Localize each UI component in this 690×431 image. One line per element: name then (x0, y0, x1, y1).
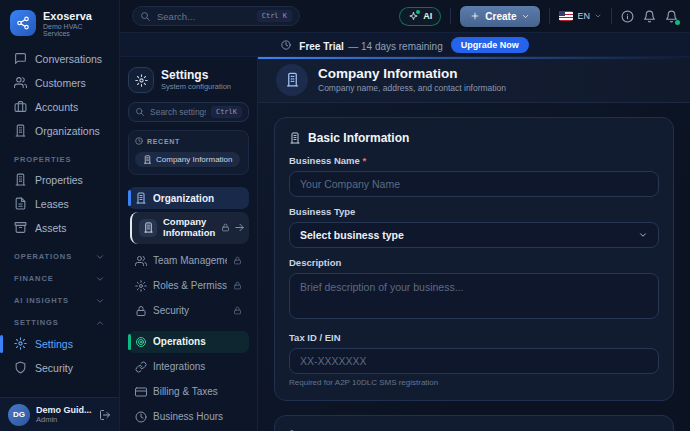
gear-icon (14, 337, 27, 350)
chevron-up-icon (95, 318, 105, 328)
sidebar-item-label: Customers (35, 77, 86, 89)
sidebar-item-label: Conversations (35, 53, 102, 65)
settings-search-input[interactable] (150, 107, 206, 117)
clock-icon (281, 40, 291, 50)
section-header-properties: PROPERTIES (14, 155, 105, 164)
credit-card-icon (135, 386, 147, 398)
ai-assistant-button[interactable]: AI (399, 7, 441, 26)
building-icon (135, 192, 147, 204)
logout-icon[interactable] (99, 409, 111, 421)
sidebar-item-properties[interactable]: Properties (8, 168, 111, 192)
building-icon (276, 64, 308, 96)
settings-search[interactable]: CtrlK (128, 102, 249, 122)
card-title: Basic Information (308, 131, 409, 145)
notifications-bell-icon[interactable] (665, 10, 678, 23)
sidebar-item-organizations[interactable]: Organizations (8, 119, 111, 143)
search-icon (140, 11, 151, 22)
divider (450, 8, 451, 24)
avatar: DG (8, 404, 30, 426)
trial-label: Free Trial (299, 41, 343, 52)
recent-item-label: Company Information (156, 155, 232, 164)
section-header-ai-insights[interactable]: AI INSIGHTS (14, 296, 105, 306)
settings-nav-security[interactable]: Security (128, 300, 249, 322)
settings-nav-operations[interactable]: Operations (128, 331, 249, 353)
us-flag-icon (559, 11, 573, 21)
primary-sidebar: Exoserva Demo HVAC Services Conversation… (0, 0, 120, 431)
create-button-label: Create (485, 11, 516, 22)
sidebar-item-security[interactable]: Security (8, 356, 111, 380)
lock-icon (135, 305, 147, 317)
lock-icon (233, 256, 242, 265)
global-search[interactable]: Ctrl K (132, 6, 300, 26)
tax-id-field[interactable] (289, 348, 659, 374)
section-header-finance[interactable]: FINANCE (14, 274, 105, 284)
sidebar-item-label: Organizations (35, 125, 100, 137)
settings-nav-company-information[interactable]: Company Information (130, 212, 249, 244)
settings-nav-integrations[interactable]: Integrations (128, 356, 249, 378)
settings-panel: Settings System configuration CtrlK RECE… (120, 57, 258, 431)
chevron-down-icon (95, 296, 105, 306)
user-profile[interactable]: DG Demo Guid... Admin (0, 397, 119, 431)
search-shortcut-badge: Ctrl K (257, 10, 292, 22)
language-selector[interactable]: EN (559, 11, 602, 21)
divider (611, 8, 612, 24)
chat-icon (14, 52, 27, 65)
bell-icon[interactable] (643, 10, 656, 23)
settings-nav-label: Integrations (153, 361, 242, 372)
search-input[interactable] (157, 11, 251, 22)
description-field[interactable] (289, 273, 659, 319)
shield-icon (14, 361, 27, 374)
app-logo[interactable]: Exoserva Demo HVAC Services (8, 8, 111, 47)
chevron-down-icon (95, 274, 105, 284)
settings-nav-organization[interactable]: Organization (128, 187, 249, 209)
sidebar-item-label: Accounts (35, 101, 78, 113)
building-icon (143, 155, 152, 164)
upgrade-now-button[interactable]: Upgrade Now (451, 37, 529, 53)
file-icon (14, 197, 27, 210)
settings-nav-business-hours[interactable]: Business Hours (128, 406, 249, 428)
sidebar-item-customers[interactable]: Customers (8, 71, 111, 95)
settings-nav-billing-taxes[interactable]: Billing & Taxes (128, 381, 249, 403)
settings-search-shortcut: CtrlK (211, 106, 242, 118)
settings-panel-header: Settings System configuration (128, 67, 249, 93)
settings-nav-label: Organization (153, 193, 242, 204)
building-icon (14, 124, 27, 137)
archive-icon (14, 221, 27, 234)
business-name-field[interactable] (289, 171, 659, 197)
briefcase-icon (14, 100, 27, 113)
business-type-select[interactable]: Select business type (289, 222, 659, 248)
required-asterisk: * (362, 155, 366, 166)
sidebar-item-assets[interactable]: Assets (8, 216, 111, 240)
section-header-operations[interactable]: OPERATIONS (14, 252, 105, 262)
section-header-settings[interactable]: SETTINGS (14, 318, 105, 328)
gear-icon (128, 67, 154, 93)
arrow-right-icon (234, 222, 245, 233)
sidebar-item-accounts[interactable]: Accounts (8, 95, 111, 119)
sidebar-item-leases[interactable]: Leases (8, 192, 111, 216)
settings-nav-roles-permissions[interactable]: Roles & Permissions (128, 275, 249, 297)
info-icon[interactable] (621, 10, 634, 23)
sidebar-item-label: Properties (35, 174, 83, 186)
sidebar-item-label: Security (35, 362, 73, 374)
trial-banner: Free Trial — 14 days remaining Upgrade N… (120, 33, 690, 57)
settings-title: Settings (161, 69, 231, 82)
settings-nav-label: Roles & Permissions (153, 280, 227, 291)
sidebar-item-settings[interactable]: Settings (8, 332, 111, 356)
settings-nav-label: Team Management (153, 255, 227, 266)
create-button[interactable]: Create (460, 6, 540, 27)
language-label: EN (577, 11, 590, 21)
settings-nav-team-management[interactable]: Team Management (128, 250, 249, 272)
business-name-label: Business Name * (289, 155, 659, 166)
target-icon (135, 336, 147, 348)
search-icon (135, 107, 145, 117)
sidebar-item-conversations[interactable]: Conversations (8, 47, 111, 71)
sidebar-item-label: Leases (35, 198, 69, 210)
form-scroll-area[interactable]: Basic Information Business Name * Busine… (258, 103, 690, 431)
business-type-value: Select business type (300, 229, 404, 241)
tax-id-label: Tax ID / EIN (289, 332, 659, 343)
clock-icon (135, 411, 147, 423)
recent-item-company-information[interactable]: Company Information (135, 152, 240, 167)
chevron-down-icon (638, 230, 648, 240)
sidebar-item-label: Assets (35, 222, 67, 234)
logo-icon (10, 10, 36, 36)
